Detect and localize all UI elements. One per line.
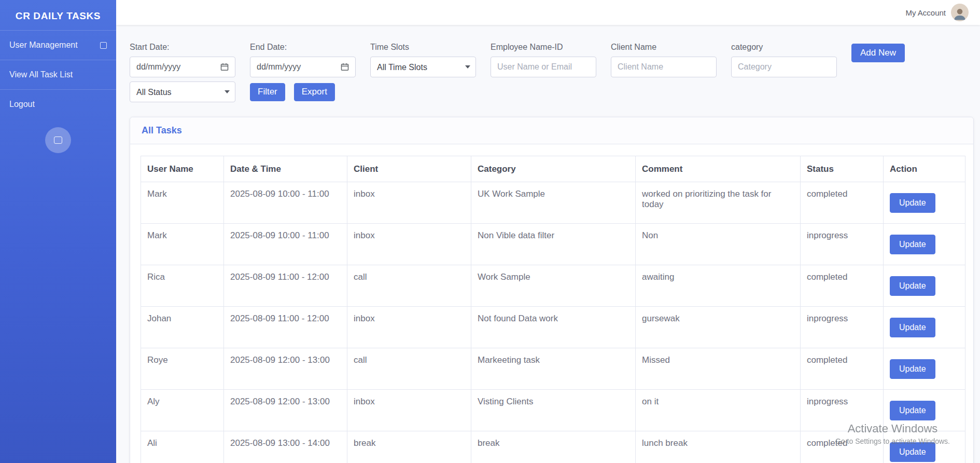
cell-action: Update — [884, 224, 965, 265]
cell-status: completed — [801, 348, 884, 390]
table-row: Rica 2025-08-09 11:00 - 12:00 call Work … — [141, 265, 965, 307]
col-category: Category — [471, 156, 636, 182]
cell-action: Update — [884, 390, 965, 431]
end-date-label: End Date: — [250, 43, 356, 52]
category-label: category — [731, 43, 837, 52]
cell-comment: awaiting — [636, 265, 801, 307]
all-tasks-card: All Tasks User Name Date & Time Client C… — [130, 117, 974, 463]
cell-user-name: Mark — [141, 182, 224, 224]
update-button[interactable]: Update — [890, 442, 935, 462]
cell-comment: on it — [636, 390, 801, 431]
table-header-row: User Name Date & Time Client Category Co… — [141, 156, 965, 182]
cell-client: inbox — [347, 182, 471, 224]
update-button[interactable]: Update — [890, 193, 935, 213]
col-action: Action — [884, 156, 965, 182]
user-avatar[interactable] — [951, 4, 969, 21]
card-body: User Name Date & Time Client Category Co… — [130, 144, 973, 463]
sidebar-item-label: View All Task List — [9, 70, 73, 79]
end-date-input[interactable]: dd/mm/yyyy — [250, 57, 356, 77]
tasks-table-body: Mark 2025-08-09 10:00 - 11:00 inbox UK W… — [141, 182, 965, 463]
cell-status: completed — [801, 182, 884, 224]
cell-user-name: Rica — [141, 265, 224, 307]
start-date-value: dd/mm/yyyy — [136, 62, 180, 72]
filter-bar: Start Date: dd/mm/yyyy End Date: — [130, 43, 974, 102]
cell-comment: Missed — [636, 348, 801, 390]
time-slots-select[interactable]: All Time Slots — [370, 57, 476, 77]
update-button[interactable]: Update — [890, 359, 935, 379]
cell-user-name: Aly — [141, 390, 224, 431]
cell-comment: gursewak — [636, 307, 801, 348]
cell-date-time: 2025-08-09 10:00 - 11:00 — [224, 182, 347, 224]
main-content: Start Date: dd/mm/yyyy End Date: — [116, 25, 980, 463]
cell-client: inbox — [347, 307, 471, 348]
my-account-label: My Account — [905, 8, 946, 17]
status-filter-select[interactable]: All Status — [130, 81, 235, 102]
sidebar-item-view-all-task-list[interactable]: View All Task List — [0, 60, 116, 89]
cell-comment: worked on prioritizing the task for toda… — [636, 182, 801, 224]
cell-comment: Non — [636, 224, 801, 265]
cell-action: Update — [884, 307, 965, 348]
update-button[interactable]: Update — [890, 318, 935, 337]
update-button[interactable]: Update — [890, 276, 935, 296]
col-status: Status — [801, 156, 884, 182]
update-button[interactable]: Update — [890, 401, 935, 420]
cell-date-time: 2025-08-09 10:00 - 11:00 — [224, 224, 347, 265]
cell-date-time: 2025-08-09 11:00 - 12:00 — [224, 307, 347, 348]
client-name-input[interactable] — [611, 57, 717, 77]
app-title: CR DAILY TASKS — [0, 0, 116, 30]
card-header: All Tasks — [130, 117, 973, 144]
client-name-label: Client Name — [611, 43, 717, 52]
cell-client: call — [347, 348, 471, 390]
cell-action: Update — [884, 431, 965, 463]
table-row: Mark 2025-08-09 10:00 - 11:00 inbox UK W… — [141, 182, 965, 224]
person-icon — [952, 6, 968, 21]
cell-date-time: 2025-08-09 11:00 - 12:00 — [224, 265, 347, 307]
filter-button[interactable]: Filter — [250, 83, 285, 101]
time-slots-label: Time Slots — [370, 43, 476, 52]
sidebar-item-user-management[interactable]: User Management — [0, 31, 116, 60]
cell-category: Not found Data work — [471, 307, 636, 348]
cell-client: inbox — [347, 224, 471, 265]
table-row: Aly 2025-08-09 12:00 - 13:00 inbox Visti… — [141, 390, 965, 431]
col-user-name: User Name — [141, 156, 224, 182]
cell-date-time: 2025-08-09 12:00 - 13:00 — [224, 390, 347, 431]
col-client: Client — [347, 156, 471, 182]
cell-status: inprogress — [801, 224, 884, 265]
employee-label: Employee Name-ID — [491, 43, 596, 52]
cell-action: Update — [884, 265, 965, 307]
cell-client: call — [347, 265, 471, 307]
cell-user-name: Mark — [141, 224, 224, 265]
add-new-button[interactable]: Add New — [851, 44, 905, 62]
cell-date-time: 2025-08-09 12:00 - 13:00 — [224, 348, 347, 390]
my-account-menu[interactable]: My Account — [905, 4, 969, 21]
tasks-table: User Name Date & Time Client Category Co… — [141, 156, 965, 463]
export-button[interactable]: Export — [294, 83, 335, 101]
cell-status: completed — [801, 431, 884, 463]
calendar-icon[interactable] — [341, 63, 349, 71]
col-date-time: Date & Time — [224, 156, 347, 182]
table-row: Mark 2025-08-09 10:00 - 11:00 inbox Non … — [141, 224, 965, 265]
calendar-icon[interactable] — [220, 63, 229, 71]
image-placeholder-icon — [54, 137, 62, 144]
cell-category: Non Vible data filter — [471, 224, 636, 265]
start-date-input[interactable]: dd/mm/yyyy — [130, 57, 235, 77]
col-comment: Comment — [636, 156, 801, 182]
sidebar-nav: User Management View All Task List Logou… — [0, 31, 116, 153]
end-date-value: dd/mm/yyyy — [257, 62, 301, 72]
sidebar: CR DAILY TASKS User Management View All … — [0, 0, 116, 463]
sidebar-avatar[interactable] — [45, 127, 71, 153]
cell-client: inbox — [347, 390, 471, 431]
category-input[interactable] — [731, 57, 837, 77]
start-date-label: Start Date: — [130, 43, 235, 52]
cell-user-name: Johan — [141, 307, 224, 348]
table-row: Johan 2025-08-09 11:00 - 12:00 inbox Not… — [141, 307, 965, 348]
sidebar-item-logout[interactable]: Logout — [0, 90, 116, 119]
sidebar-item-label: Logout — [9, 100, 35, 109]
update-button[interactable]: Update — [890, 235, 935, 254]
cell-category: Visting Clients — [471, 390, 636, 431]
table-row: Roye 2025-08-09 12:00 - 13:00 call Marke… — [141, 348, 965, 390]
employee-name-input[interactable] — [491, 57, 596, 77]
cell-comment: lunch break — [636, 431, 801, 463]
cell-action: Update — [884, 182, 965, 224]
cell-date-time: 2025-08-09 13:00 - 14:00 — [224, 431, 347, 463]
